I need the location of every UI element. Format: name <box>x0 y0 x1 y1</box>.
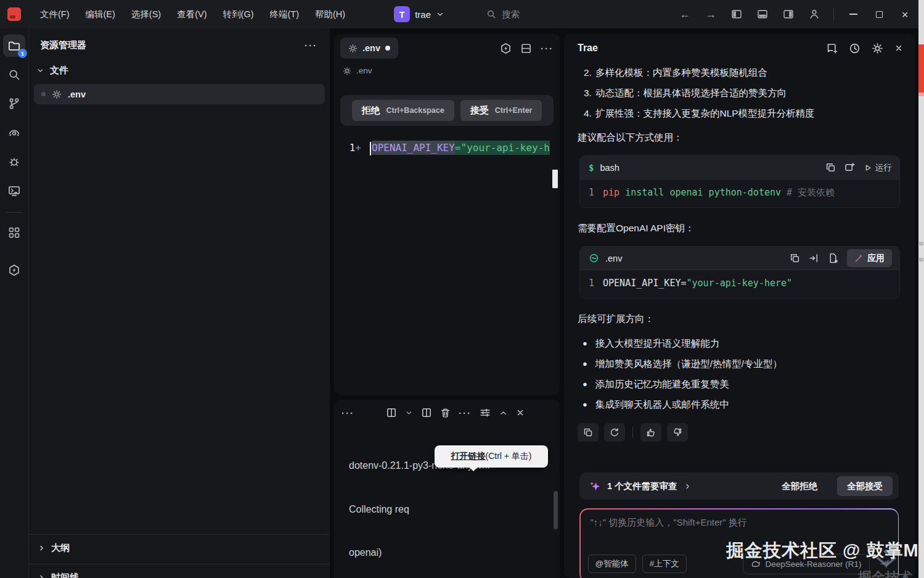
chevron-right-icon <box>38 574 46 578</box>
menu-terminal[interactable]: 终端(T) <box>261 6 307 23</box>
terminal-tabs-more-button[interactable]: ··· <box>341 408 354 418</box>
timeline-section[interactable]: 时间线 <box>29 564 330 578</box>
menu-selection[interactable]: 选择(S) <box>123 6 169 23</box>
menu-edit[interactable]: 编辑(E) <box>78 6 123 23</box>
window-minimize-button[interactable] <box>843 5 864 23</box>
page-scrollbar[interactable] <box>918 0 924 578</box>
code-lang-label: bash <box>600 163 619 173</box>
tooltip-suffix: (Ctrl + 单击) <box>485 451 531 462</box>
tab-env[interactable]: .env <box>340 38 398 59</box>
app-logo <box>7 7 21 21</box>
terminal-icon <box>8 184 20 197</box>
grid-icon <box>8 226 20 239</box>
file-item-env[interactable]: .env <box>34 84 325 104</box>
activity-terminal[interactable] <box>3 180 25 202</box>
sliders-icon[interactable] <box>480 407 491 418</box>
run-button[interactable]: 运行 <box>864 162 892 173</box>
thumbs-up-button[interactable] <box>640 423 661 442</box>
trae-ai-icon[interactable] <box>500 43 512 54</box>
toggle-bottom-panel-button[interactable] <box>752 5 773 23</box>
file-name: .env <box>68 89 86 99</box>
terminal-scrollbar[interactable] <box>554 491 558 529</box>
copy-icon[interactable] <box>790 253 800 263</box>
new-file-icon[interactable] <box>828 253 838 263</box>
eye-icon <box>8 126 20 139</box>
open-link-tooltip: 打开链接 (Ctrl + 单击) <box>435 445 548 468</box>
outline-section[interactable]: 大纲 <box>29 534 330 560</box>
assistant-header: Trae <box>564 34 915 62</box>
activity-extensions[interactable] <box>3 221 25 244</box>
activity-debug[interactable] <box>3 151 25 173</box>
terminal-more-button[interactable]: ··· <box>459 408 472 418</box>
accept-all-button[interactable]: 全部接受 <box>837 476 893 496</box>
chevron-down-icon[interactable] <box>405 409 413 417</box>
new-chat-icon[interactable] <box>826 43 838 54</box>
split-editor-icon[interactable] <box>520 43 532 54</box>
activity-explorer[interactable]: 1 <box>3 35 25 57</box>
scrollbar-annotation <box>919 242 923 246</box>
explorer-more-button[interactable]: ··· <box>305 40 317 51</box>
insert-terminal-icon[interactable] <box>844 162 855 173</box>
code-token-value: ="your-api-key-h <box>455 141 550 155</box>
nav-back-button[interactable]: ← <box>674 5 695 23</box>
gear-icon[interactable] <box>872 43 883 54</box>
account-button[interactable] <box>804 5 825 23</box>
history-clock-icon[interactable] <box>849 43 861 54</box>
regenerate-button[interactable] <box>604 423 625 442</box>
ai-assistant-panel: Trae 2.多样化模板：内置多种赞美模板随机组合 3.动态适配：根据具体语境选… <box>564 34 915 578</box>
insert-into-file-icon[interactable] <box>809 253 819 263</box>
explorer-sidebar: 资源管理器 ··· 文件 .env 大纲 时间线 <box>29 28 330 578</box>
watermark-text: 掘金技术社区 @ 鼓掌MVP <box>726 539 924 563</box>
editor-more-button[interactable]: ··· <box>541 43 554 54</box>
bash-code: 1pip install openai python-dotenv # 安装依赖 <box>580 180 899 207</box>
tab-label: .env <box>362 43 380 53</box>
window-maximize-button[interactable] <box>869 5 889 23</box>
code-token-key: OPENAI_API_KEY <box>372 141 455 155</box>
accept-button[interactable]: 接受 Ctrl+Enter <box>460 100 542 121</box>
workspace-selector[interactable]: T trae <box>389 4 449 25</box>
menu-help[interactable]: 帮助(H) <box>307 6 353 23</box>
copy-response-button[interactable] <box>578 423 599 442</box>
activity-search[interactable] <box>3 64 25 86</box>
bullet-item: ●集成到聊天机器人或邮件系统中 <box>564 394 915 415</box>
agent-chip[interactable]: @智能体 <box>588 555 636 573</box>
global-search[interactable] <box>486 9 613 19</box>
context-chip[interactable]: #上下文 <box>642 555 687 573</box>
files-section-header[interactable]: 文件 <box>29 57 330 83</box>
breadcrumb[interactable]: .env <box>334 62 560 81</box>
code-line-1[interactable]: 1+ OPENAI_API_KEY="your-api-key-h <box>334 139 560 156</box>
toggle-right-panel-button[interactable] <box>778 5 799 23</box>
menu-view[interactable]: 查看(V) <box>169 6 215 23</box>
chevron-up-icon[interactable] <box>499 408 508 418</box>
reject-all-button[interactable]: 全部拒绝 <box>782 481 817 492</box>
activity-ai-review[interactable] <box>3 122 25 144</box>
menu-go[interactable]: 转到(G) <box>215 6 262 23</box>
editor-group: .env ··· .env 拒绝 Ctrl+Backspace 接受 Ctrl+… <box>334 34 560 395</box>
chevron-right-icon[interactable] <box>684 482 692 490</box>
outline-label: 大纲 <box>51 542 70 554</box>
activity-marketplace[interactable] <box>3 259 25 281</box>
workspace-name: trae <box>415 9 431 20</box>
activity-source-control[interactable] <box>3 93 25 115</box>
close-panel-icon[interactable] <box>516 408 525 417</box>
activity-divider <box>6 212 22 213</box>
nav-forward-button[interactable]: → <box>700 5 721 23</box>
new-terminal-icon[interactable] <box>386 407 397 418</box>
page-scrollbar-mark <box>918 93 924 96</box>
code-string: "your-api-key-here" <box>687 278 793 289</box>
chat-input-field[interactable] <box>591 517 888 542</box>
menu-file[interactable]: 文件(F) <box>32 6 78 23</box>
window-close-button[interactable]: × <box>894 5 915 23</box>
search-input[interactable] <box>502 9 613 19</box>
trash-icon[interactable] <box>440 408 451 418</box>
terminal-panel: ··· ··· dotenv-0.21.1-py3-none-any.whl C… <box>334 400 560 578</box>
page-scrollbar-thumb[interactable] <box>918 44 924 93</box>
thumbs-down-button[interactable] <box>667 423 688 442</box>
copy-icon[interactable] <box>825 162 836 173</box>
apply-button[interactable]: 应用 <box>847 249 892 267</box>
split-terminal-icon[interactable] <box>421 407 432 418</box>
reject-button[interactable]: 拒绝 Ctrl+Backspace <box>352 100 454 121</box>
file-modified-dot <box>41 92 46 96</box>
toggle-left-panel-button[interactable] <box>726 5 747 23</box>
close-icon[interactable] <box>894 44 903 52</box>
